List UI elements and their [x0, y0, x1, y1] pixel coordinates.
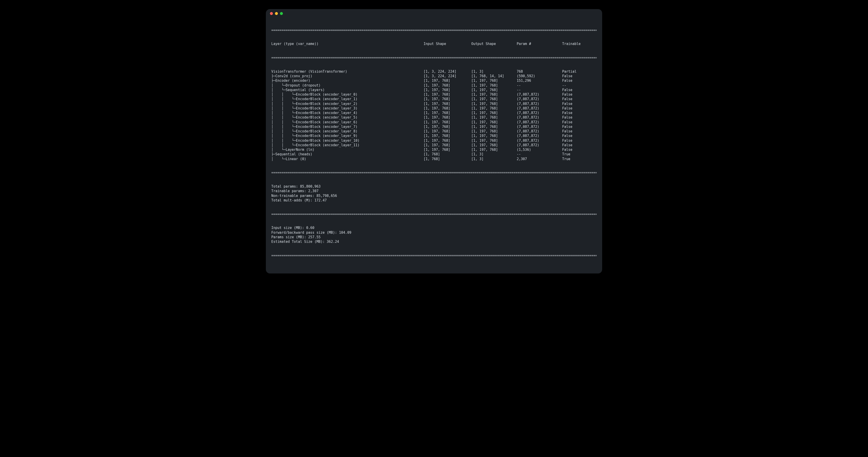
table-row: │ │ └─EncoderBlock (encoder_layer_7)[1, …: [271, 125, 597, 129]
cell-c5: False: [562, 143, 597, 148]
cell-c5: False: [562, 101, 597, 106]
cell-c3: [1, 197, 768]: [471, 110, 517, 115]
titlebar: [266, 9, 602, 18]
cell-c5: False: [562, 110, 597, 115]
cell-c4: (7,087,872): [517, 134, 562, 138]
cell-c1: │ │ └─EncoderBlock (encoder_layer_7): [271, 125, 424, 129]
cell-c5: False: [562, 74, 597, 78]
separator: ========================================…: [271, 212, 597, 217]
col-trainable: Trainable: [562, 41, 597, 46]
cell-c3: [1, 3]: [471, 69, 517, 74]
cell-c2: [1, 768]: [424, 157, 471, 161]
cell-c4: (7,087,872): [517, 106, 562, 110]
cell-c2: [1, 197, 768]: [424, 143, 471, 148]
table-row: ├─Sequential (heads)[1, 768][1, 3]--True: [271, 152, 597, 157]
cell-c3: [1, 3]: [471, 152, 517, 157]
cell-c4: (1,536): [517, 148, 562, 152]
cell-c1: ├─Sequential (heads): [271, 152, 424, 157]
cell-c3: [1, 197, 768]: [471, 115, 517, 120]
cell-c3: [1, 197, 768]: [471, 138, 517, 143]
table-row: │ │ └─EncoderBlock (encoder_layer_5)[1, …: [271, 115, 597, 120]
summary-line: Forward/backward pass size (MB): 104.09: [271, 230, 597, 235]
cell-c5: False: [562, 120, 597, 125]
table-row: │ │ └─EncoderBlock (encoder_layer_11)[1,…: [271, 143, 597, 148]
separator: ========================================…: [271, 28, 597, 32]
cell-c3: [1, 197, 768]: [471, 83, 517, 88]
cell-c4: (7,087,872): [517, 125, 562, 129]
cell-c3: [1, 197, 768]: [471, 92, 517, 97]
cell-c1: │ │ └─EncoderBlock (encoder_layer_6): [271, 120, 424, 125]
cell-c4: (7,087,872): [517, 92, 562, 97]
table-row: │ │ └─EncoderBlock (encoder_layer_8)[1, …: [271, 129, 597, 134]
cell-c4: (7,087,872): [517, 120, 562, 125]
summary-line: Total params: 85,800,963: [271, 184, 597, 189]
cell-c2: [1, 197, 768]: [424, 88, 471, 92]
cell-c5: False: [562, 129, 597, 134]
cell-c5: False: [562, 115, 597, 120]
cell-c2: [1, 197, 768]: [424, 134, 471, 138]
cell-c2: [1, 3, 224, 224]: [424, 74, 471, 78]
table-header-row: Layer (type (var_name)) Input Shape Outp…: [271, 41, 597, 46]
cell-c3: [1, 197, 768]: [471, 120, 517, 125]
table-row: │ │ └─EncoderBlock (encoder_layer_0)[1, …: [271, 92, 597, 97]
summary-line: Total mult-adds (M): 172.47: [271, 198, 597, 203]
cell-c1: │ │ └─EncoderBlock (encoder_layer_2): [271, 101, 424, 106]
cell-c2: [1, 197, 768]: [424, 115, 471, 120]
summary-line: Trainable params: 2,307: [271, 189, 597, 193]
cell-c3: [1, 197, 768]: [471, 134, 517, 138]
cell-c4: --: [517, 152, 562, 157]
cell-c2: [1, 197, 768]: [424, 120, 471, 125]
cell-c5: Partial: [562, 69, 597, 74]
cell-c1: │ └─Dropout (dropout): [271, 83, 424, 88]
table-row: │ └─Linear (0)[1, 768][1, 3]2,307True: [271, 157, 597, 161]
table-row: │ └─Dropout (dropout)[1, 197, 768][1, 19…: [271, 83, 597, 88]
cell-c5: False: [562, 106, 597, 110]
cell-c2: [1, 197, 768]: [424, 129, 471, 134]
cell-c3: [1, 197, 768]: [471, 125, 517, 129]
cell-c3: [1, 197, 768]: [471, 78, 517, 83]
table-row: │ │ └─EncoderBlock (encoder_layer_9)[1, …: [271, 134, 597, 138]
separator: ========================================…: [271, 170, 597, 175]
table-row: ├─Conv2d (conv_proj)[1, 3, 224, 224][1, …: [271, 74, 597, 78]
cell-c5: --: [562, 83, 597, 88]
cell-c1: │ │ └─EncoderBlock (encoder_layer_11): [271, 143, 424, 148]
cell-c4: (7,087,872): [517, 143, 562, 148]
table-row: VisionTransformer (VisionTransformer)[1,…: [271, 69, 597, 74]
cell-c2: [1, 197, 768]: [424, 106, 471, 110]
cell-c4: 151,296: [517, 78, 562, 83]
cell-c1: VisionTransformer (VisionTransformer): [271, 69, 424, 74]
col-layer: Layer (type (var_name)): [271, 41, 424, 46]
cell-c1: ├─Conv2d (conv_proj): [271, 74, 424, 78]
zoom-icon[interactable]: [280, 12, 283, 15]
cell-c1: ├─Encoder (encoder): [271, 78, 424, 83]
cell-c3: [1, 197, 768]: [471, 129, 517, 134]
cell-c5: False: [562, 148, 597, 152]
cell-c1: │ │ └─EncoderBlock (encoder_layer_9): [271, 134, 424, 138]
cell-c3: [1, 197, 768]: [471, 143, 517, 148]
summary-line: Non-trainable params: 85,798,656: [271, 194, 597, 198]
table-row: │ │ └─EncoderBlock (encoder_layer_2)[1, …: [271, 101, 597, 106]
cell-c1: │ └─Sequential (layers): [271, 88, 424, 92]
cell-c3: [1, 197, 768]: [471, 148, 517, 152]
cell-c2: [1, 768]: [424, 152, 471, 157]
minimize-icon[interactable]: [275, 12, 278, 15]
cell-c4: (7,087,872): [517, 129, 562, 134]
separator: ========================================…: [271, 56, 597, 60]
cell-c5: False: [562, 97, 597, 101]
cell-c5: False: [562, 138, 597, 143]
cell-c5: False: [562, 88, 597, 92]
terminal-output: ========================================…: [266, 18, 602, 271]
table-row: ├─Encoder (encoder)[1, 197, 768][1, 197,…: [271, 78, 597, 83]
col-input-shape: Input Shape: [424, 41, 471, 46]
cell-c1: │ │ └─EncoderBlock (encoder_layer_0): [271, 92, 424, 97]
cell-c3: [1, 197, 768]: [471, 88, 517, 92]
cell-c4: (7,087,872): [517, 110, 562, 115]
cell-c1: │ │ └─EncoderBlock (encoder_layer_8): [271, 129, 424, 134]
summary-line: Input size (MB): 0.60: [271, 226, 597, 230]
table-row: │ │ └─EncoderBlock (encoder_layer_10)[1,…: [271, 138, 597, 143]
cell-c2: [1, 197, 768]: [424, 125, 471, 129]
close-icon[interactable]: [270, 12, 273, 15]
table-row: │ │ └─EncoderBlock (encoder_layer_6)[1, …: [271, 120, 597, 125]
cell-c4: 2,307: [517, 157, 562, 161]
cell-c2: [1, 197, 768]: [424, 92, 471, 97]
